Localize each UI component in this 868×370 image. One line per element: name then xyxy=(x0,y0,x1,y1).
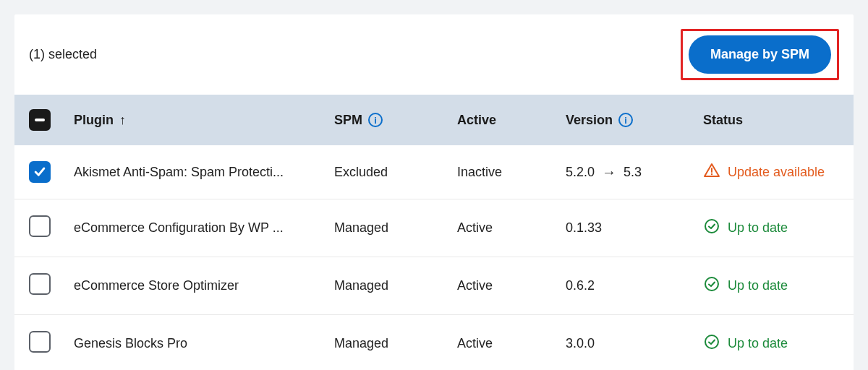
table-row: Akismet Anti-Spam: Spam Protecti...Exclu… xyxy=(14,145,854,199)
version-from: 0.1.33 xyxy=(566,220,602,236)
select-all-checkbox[interactable] xyxy=(29,109,51,131)
status-text: Update available xyxy=(728,165,825,180)
spm-value: Managed xyxy=(326,315,448,371)
row-checkbox[interactable] xyxy=(29,331,51,353)
plugin-name: eCommerce Store Optimizer xyxy=(65,257,326,315)
warning-icon xyxy=(703,162,720,183)
toolbar: (1) selected Manage by SPM xyxy=(14,14,854,95)
spm-value: Managed xyxy=(326,257,448,315)
version-value: 3.0.0 xyxy=(557,315,694,371)
table-row: eCommerce Store OptimizerManagedActive0.… xyxy=(14,257,854,315)
status-value: Update available xyxy=(694,145,854,199)
version-from: 3.0.0 xyxy=(566,336,595,351)
row-checkbox[interactable] xyxy=(29,215,51,237)
column-active-label: Active xyxy=(457,113,496,127)
check-circle-icon xyxy=(703,218,720,238)
row-checkbox[interactable] xyxy=(29,161,51,183)
version-from: 5.2.0 xyxy=(566,165,595,180)
column-status[interactable]: Status xyxy=(694,95,854,145)
column-status-label: Status xyxy=(703,113,743,127)
table-row: eCommerce Configuration By WP ...Managed… xyxy=(14,199,854,257)
svg-point-3 xyxy=(705,278,718,291)
svg-point-4 xyxy=(705,335,718,348)
version-value: 0.6.2 xyxy=(557,257,694,315)
manage-by-spm-button[interactable]: Manage by SPM xyxy=(689,35,831,74)
plugin-panel: (1) selected Manage by SPM Plugin ↑ SPM xyxy=(14,14,854,370)
svg-point-1 xyxy=(711,173,712,174)
version-from: 0.6.2 xyxy=(566,278,595,293)
status-text: Up to date xyxy=(728,278,788,293)
column-plugin-label: Plugin xyxy=(74,113,114,128)
highlight-annotation: Manage by SPM xyxy=(681,29,839,80)
spm-value: Excluded xyxy=(326,145,448,199)
sort-asc-icon: ↑ xyxy=(119,113,126,128)
plugin-name: Genesis Blocks Pro xyxy=(65,315,326,371)
active-value: Active xyxy=(448,315,557,371)
svg-point-2 xyxy=(705,220,718,233)
active-value: Active xyxy=(448,199,557,257)
status-text: Up to date xyxy=(728,336,788,351)
column-spm-label: SPM xyxy=(334,113,362,128)
check-circle-icon xyxy=(703,275,720,296)
column-active[interactable]: Active xyxy=(448,95,557,145)
check-circle-icon xyxy=(703,333,720,354)
active-value: Inactive xyxy=(448,145,557,199)
selection-count: (1) selected xyxy=(29,47,97,62)
column-plugin[interactable]: Plugin ↑ xyxy=(65,95,326,145)
plugins-table: Plugin ↑ SPM i Active Version i xyxy=(14,95,854,370)
plugin-name: eCommerce Configuration By WP ... xyxy=(65,199,326,257)
column-version-label: Version xyxy=(566,113,613,128)
column-version[interactable]: Version i xyxy=(557,95,694,145)
status-text: Up to date xyxy=(728,220,788,236)
info-icon[interactable]: i xyxy=(368,113,383,127)
version-value: 0.1.33 xyxy=(557,199,694,257)
row-checkbox[interactable] xyxy=(29,273,51,295)
table-header-row: Plugin ↑ SPM i Active Version i xyxy=(14,95,854,145)
active-value: Active xyxy=(448,257,557,315)
status-value: Up to date xyxy=(694,257,854,315)
spm-value: Managed xyxy=(326,199,448,257)
status-value: Up to date xyxy=(694,199,854,257)
arrow-right-icon: → xyxy=(602,164,616,181)
version-value: 5.2.0→5.3 xyxy=(557,145,694,199)
info-icon[interactable]: i xyxy=(618,113,633,127)
plugin-name: Akismet Anti-Spam: Spam Protecti... xyxy=(65,145,326,199)
column-spm[interactable]: SPM i xyxy=(326,95,448,145)
version-to: 5.3 xyxy=(624,165,642,180)
status-value: Up to date xyxy=(694,315,854,371)
table-row: Genesis Blocks ProManagedActive3.0.0Up t… xyxy=(14,315,854,371)
